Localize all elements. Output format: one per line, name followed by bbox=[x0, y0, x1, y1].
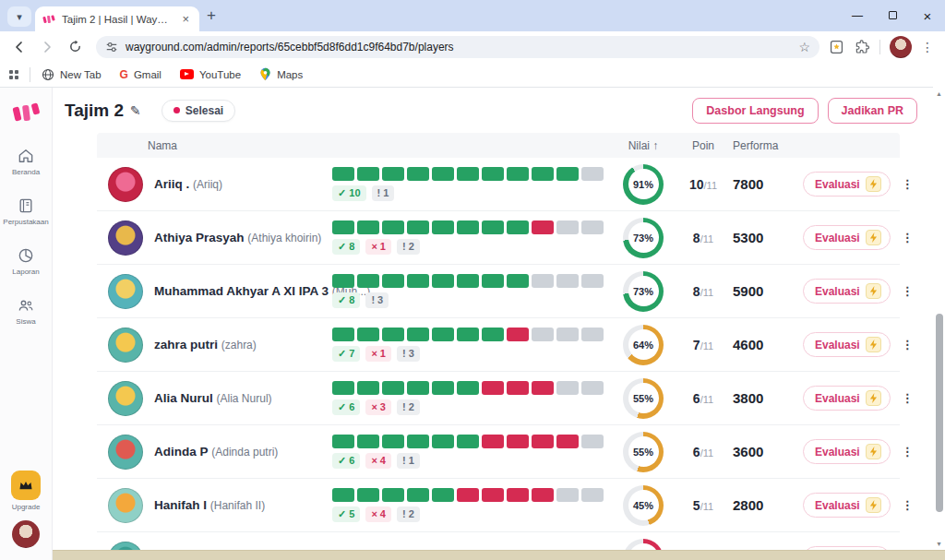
upgrade-button[interactable]: Upgrade bbox=[11, 471, 41, 511]
row-actions: Evaluasi ⋮ bbox=[803, 225, 900, 250]
sidebar-item-beranda[interactable]: Beranda bbox=[12, 147, 40, 176]
bookmark-star-icon[interactable]: ☆ bbox=[798, 40, 810, 54]
assign-homework-button[interactable]: Jadikan PR bbox=[828, 98, 917, 124]
player-display-name: Hanifah I bbox=[154, 498, 207, 512]
row-menu-icon[interactable]: ⋮ bbox=[902, 498, 914, 512]
player-name: Adinda P (Adinda putri) bbox=[154, 445, 278, 459]
sidebar-item-label: Beranda bbox=[12, 168, 40, 176]
table-row[interactable]: Athiya Prasyah (Athiya khoirin) ✓ 8× 1! … bbox=[97, 211, 900, 265]
player-avatar bbox=[108, 435, 143, 470]
scroll-down-icon[interactable]: ▼ bbox=[936, 541, 942, 547]
question-segments bbox=[332, 274, 609, 288]
player-avatar bbox=[108, 167, 143, 202]
question-segment-correct bbox=[457, 381, 479, 395]
evaluate-button[interactable]: Evaluasi bbox=[803, 172, 891, 197]
question-segment-correct bbox=[432, 220, 454, 234]
back-button[interactable] bbox=[7, 35, 31, 59]
bookmark-label: New Tab bbox=[60, 69, 102, 80]
question-results-cell: ✓ 5× 4! 2 bbox=[332, 488, 609, 522]
toolbar-separator bbox=[879, 40, 880, 54]
player-name-cell: Ariiq . (Ariiq) bbox=[97, 167, 332, 202]
table-row[interactable]: Alia Nurul (Alia Nurul) ✓ 6× 3! 2 55% 6/… bbox=[97, 372, 900, 425]
tab-title: Tajim 2 | Hasil | Wayground bbox=[62, 14, 173, 25]
evaluate-label: Evaluasi bbox=[815, 285, 860, 298]
question-segment-correct bbox=[482, 167, 504, 181]
active-tab[interactable]: Tajim 2 | Hasil | Wayground × bbox=[35, 6, 199, 31]
column-header-poin[interactable]: Poin bbox=[677, 139, 729, 152]
edit-title-icon[interactable]: ✎ bbox=[130, 103, 141, 118]
table-row[interactable]: Adinda P (Adinda putri) ✓ 6× 4! 1 55% 6/… bbox=[97, 425, 900, 479]
evaluate-button[interactable]: Evaluasi bbox=[803, 439, 891, 464]
forward-icon bbox=[40, 40, 54, 54]
question-segment-correct bbox=[407, 220, 429, 234]
url-bar[interactable]: wayground.com/admin/reports/65cebbf5d8f6… bbox=[96, 36, 819, 58]
page-title: Tajim 2 bbox=[65, 101, 124, 121]
close-window-button[interactable]: × bbox=[910, 8, 945, 24]
user-profile-avatar[interactable] bbox=[12, 520, 40, 548]
horizontal-scrollbar[interactable] bbox=[53, 550, 945, 560]
performa-value: 5300 bbox=[729, 230, 803, 245]
accuracy-cell: 91% bbox=[609, 164, 677, 205]
bookmark-youtube[interactable]: YouTube bbox=[173, 66, 248, 83]
table-row[interactable]: Ariiq . (Ariiq) ✓ 10! 1 91% 10/11 7800 E… bbox=[97, 158, 900, 211]
partial-badge: ! 1 bbox=[397, 453, 420, 469]
wayground-logo[interactable] bbox=[11, 99, 41, 126]
sidebar-item-label: Laporan bbox=[12, 268, 39, 276]
question-segment-unattempted bbox=[581, 167, 604, 181]
tab-search-button[interactable]: ▾ bbox=[7, 6, 31, 27]
evaluate-button[interactable]: Evaluasi bbox=[803, 386, 891, 411]
reload-button[interactable] bbox=[63, 35, 87, 59]
bookmark-new-tab[interactable]: New Tab bbox=[34, 66, 109, 84]
sidebar-item-laporan[interactable]: Laporan bbox=[12, 246, 39, 276]
row-menu-icon[interactable]: ⋮ bbox=[902, 284, 914, 298]
tab-strip: ▾ Tajim 2 | Hasil | Wayground × + — × bbox=[0, 0, 945, 31]
new-tab-button[interactable]: + bbox=[207, 6, 216, 25]
apps-grid-icon[interactable] bbox=[9, 70, 18, 79]
question-segment-wrong bbox=[507, 435, 529, 448]
row-menu-icon[interactable]: ⋮ bbox=[902, 231, 914, 244]
row-actions: Evaluasi ⋮ bbox=[803, 332, 900, 357]
points-total: /11 bbox=[700, 233, 713, 244]
minimize-button[interactable]: — bbox=[840, 9, 875, 22]
sidebar-item-label: Perpustakaan bbox=[3, 218, 48, 226]
row-menu-icon[interactable]: ⋮ bbox=[902, 391, 914, 405]
scrollbar-thumb[interactable] bbox=[936, 314, 943, 512]
library-icon bbox=[17, 197, 35, 215]
table-row[interactable]: zahra putri (zahra) ✓ 7× 1! 3 64% 7/11 4… bbox=[97, 318, 900, 372]
accuracy-cell: 64% bbox=[609, 325, 677, 365]
evaluate-button[interactable]: Evaluasi bbox=[803, 279, 891, 304]
sidebar-item-perpustakaan[interactable]: Perpustakaan bbox=[3, 197, 48, 226]
row-menu-icon[interactable]: ⋮ bbox=[902, 338, 914, 351]
row-menu-icon[interactable]: ⋮ bbox=[902, 445, 914, 459]
column-header-nama[interactable]: Nama bbox=[97, 139, 332, 152]
saved-tab-group-icon[interactable] bbox=[829, 39, 844, 54]
evaluate-button[interactable]: Evaluasi bbox=[803, 493, 891, 518]
table-row[interactable]: Muhammad Akhyar A XI IPA 3 (Muh...) ✓ 8!… bbox=[97, 265, 900, 318]
extensions-puzzle-icon[interactable] bbox=[854, 39, 870, 55]
question-segment-wrong bbox=[532, 220, 554, 234]
player-name-cell: Muhammad Akhyar A XI IPA 3 (Muh...) bbox=[97, 274, 332, 309]
close-tab-icon[interactable]: × bbox=[179, 12, 192, 26]
forward-button[interactable] bbox=[35, 35, 59, 59]
sidebar-item-siswa[interactable]: Siswa bbox=[16, 296, 35, 326]
evaluate-button[interactable]: Evaluasi bbox=[803, 332, 891, 357]
bookmark-maps[interactable]: Maps bbox=[252, 65, 310, 84]
row-menu-icon[interactable]: ⋮ bbox=[902, 177, 914, 191]
browser-menu-icon[interactable]: ⋮ bbox=[921, 40, 934, 54]
question-segment-correct bbox=[482, 328, 504, 341]
status-badge: Selesai bbox=[161, 100, 235, 122]
table-row[interactable]: Hanifah I (Hanifah II) ✓ 5× 4! 2 45% 5/1… bbox=[97, 479, 900, 532]
column-header-nilai[interactable]: Nilai ↑ bbox=[609, 139, 677, 152]
browser-profile-avatar[interactable] bbox=[890, 36, 912, 58]
column-header-performa[interactable]: Performa bbox=[729, 139, 803, 152]
question-segment-correct bbox=[457, 435, 479, 448]
question-segment-correct bbox=[382, 381, 404, 395]
scroll-up-icon[interactable]: ▲ bbox=[936, 90, 942, 97]
evaluate-button[interactable]: Evaluasi bbox=[803, 225, 891, 250]
live-dashboard-button[interactable]: Dasbor Langsung bbox=[692, 98, 818, 124]
accuracy-value: 45% bbox=[628, 490, 659, 520]
sidebar-item-label: Siswa bbox=[16, 317, 35, 326]
maximize-button[interactable] bbox=[875, 9, 910, 22]
bookmark-gmail[interactable]: G Gmail bbox=[113, 66, 169, 84]
row-actions: Evaluasi ⋮ bbox=[803, 279, 900, 304]
